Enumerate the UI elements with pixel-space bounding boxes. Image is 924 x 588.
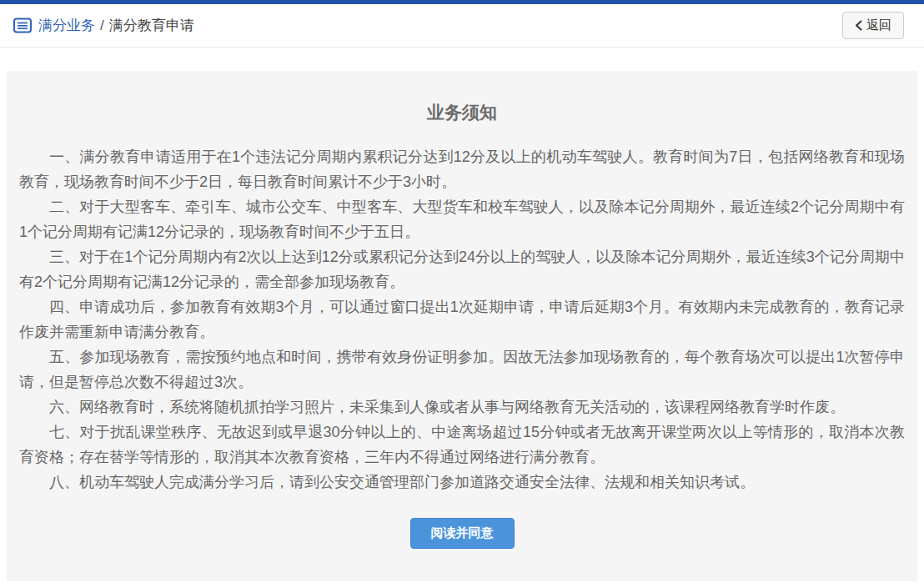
notice-paragraph: 一、满分教育申请适用于在1个违法记分周期内累积记分达到12分及以上的机动车驾驶人…: [19, 144, 905, 194]
notice-paragraph: 八、机动车驾驶人完成满分学习后，请到公安交通管理部门参加道路交通安全法律、法规和…: [19, 470, 905, 495]
breadcrumb-current-page: 满分教育申请: [109, 16, 194, 35]
breadcrumb-separator: /: [100, 18, 104, 34]
list-form-icon: [13, 18, 32, 33]
notice-paragraph: 七、对于扰乱课堂秩序、无故迟到或早退30分钟以上的、中途离场超过15分钟或者无故…: [19, 420, 905, 470]
page-title: 业务须知: [19, 101, 905, 124]
notice-paragraph: 六、网络教育时，系统将随机抓拍学习照片，未采集到人像或者从事与网络教育无关活动的…: [19, 395, 905, 420]
breadcrumb-section-link[interactable]: 满分业务: [38, 16, 95, 35]
notice-body: 一、满分教育申请适用于在1个违法记分周期内累积记分达到12分及以上的机动车驾驶人…: [19, 144, 905, 495]
notice-paragraph: 二、对于大型客车、牵引车、城市公交车、中型客车、大型货车和校车驾驶人，以及除本记…: [19, 194, 905, 244]
breadcrumb: 满分业务 / 满分教育申请: [13, 16, 194, 35]
notice-paragraph: 四、申请成功后，参加教育有效期3个月，可以通过窗口提出1次延期申请，申请后延期3…: [19, 294, 905, 344]
back-button-label: 返回: [866, 18, 891, 33]
page-header: 满分业务 / 满分教育申请 返回: [0, 4, 924, 48]
notice-paragraph: 三、对于在1个记分周期内有2次以上达到12分或累积记分达到24分以上的驾驶人，以…: [19, 244, 905, 294]
chevron-left-icon: [855, 20, 862, 31]
agree-button-container: 阅读并同意: [19, 518, 905, 549]
notice-panel: 业务须知 一、满分教育申请适用于在1个违法记分周期内累积记分达到12分及以上的机…: [7, 71, 917, 581]
notice-paragraph: 五、参加现场教育，需按预约地点和时间，携带有效身份证明参加。因故无法参加现场教育…: [19, 344, 905, 395]
back-button[interactable]: 返回: [842, 12, 904, 39]
read-and-agree-button[interactable]: 阅读并同意: [410, 518, 515, 549]
